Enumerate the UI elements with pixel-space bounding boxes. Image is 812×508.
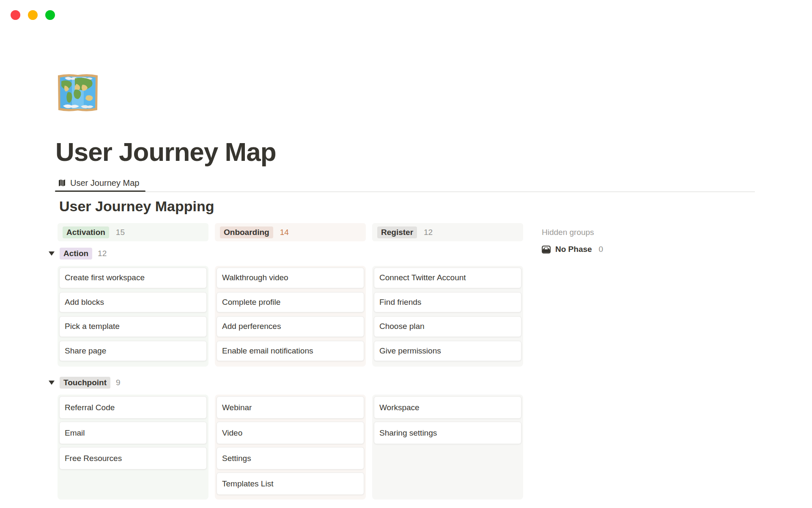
board-card[interactable]: Pick a template <box>59 316 207 337</box>
board-card[interactable]: Add perferences <box>217 316 364 337</box>
board-card[interactable]: Walkthrough video <box>217 268 364 288</box>
hidden-group-count: 0 <box>599 245 604 254</box>
tab-label: User Journey Map <box>70 178 139 188</box>
board-card[interactable]: Settings <box>217 447 364 469</box>
board-card[interactable]: Email <box>59 422 207 444</box>
board-card[interactable]: Referral Code <box>59 396 207 419</box>
column-badge: Register <box>377 226 417 238</box>
window-controls <box>11 10 55 20</box>
collapse-toggle-icon[interactable] <box>49 251 55 256</box>
group-header-touchpoint: Touchpoint 9 <box>49 376 121 389</box>
group-badge[interactable]: Action <box>60 248 92 260</box>
close-window-button[interactable] <box>11 10 20 20</box>
column-header-register[interactable]: Register 12 <box>372 223 523 241</box>
board-card[interactable]: Free Resources <box>59 447 207 469</box>
column-header-activation[interactable]: Activation 15 <box>58 223 208 241</box>
hidden-group-no-phase[interactable]: No Phase 0 <box>542 245 603 254</box>
board-card[interactable]: Connect Twitter Account <box>374 268 521 288</box>
board-card[interactable]: Enable email notifications <box>217 341 364 362</box>
notion-window: User Journey Map User Journey Map User J… <box>0 0 812 508</box>
group-count: 9 <box>116 378 121 387</box>
board-card[interactable]: Webinar <box>217 396 364 419</box>
minimize-window-button[interactable] <box>28 10 38 20</box>
board-card[interactable]: Video <box>217 422 364 444</box>
board-card[interactable]: Workspace <box>374 396 521 419</box>
board-column-headers: Activation 15 Onboarding 14 Register 12 <box>58 223 523 241</box>
board-card[interactable]: Share page <box>59 341 207 362</box>
column-header-onboarding[interactable]: Onboarding 14 <box>215 223 366 241</box>
active-tab-indicator <box>55 190 145 192</box>
column-count: 14 <box>280 228 289 237</box>
box-icon <box>542 246 551 254</box>
map-icon <box>58 179 66 187</box>
board-card[interactable]: Complete profile <box>217 292 364 313</box>
board-card[interactable]: Templates List <box>217 472 364 495</box>
board-card[interactable]: Sharing settings <box>374 422 521 444</box>
view-heading: User Journey Mapping <box>59 198 214 215</box>
zoom-window-button[interactable] <box>45 10 55 20</box>
group-touchpoint-cards: Referral Code Email Free Resources Webin… <box>58 395 523 500</box>
hidden-groups-title: Hidden groups <box>542 228 594 237</box>
column-badge: Activation <box>63 226 109 238</box>
tabbar-divider <box>55 191 755 192</box>
cards-column-activation: Referral Code Email Free Resources <box>58 395 208 500</box>
group-count: 12 <box>98 249 107 258</box>
cards-column-onboarding: Webinar Video Settings Templates List <box>215 395 366 500</box>
group-badge[interactable]: Touchpoint <box>60 377 110 389</box>
page-title[interactable]: User Journey Map <box>55 137 276 167</box>
cards-column-activation: Create first workspace Add blocks Pick a… <box>58 266 208 367</box>
column-badge: Onboarding <box>220 226 273 238</box>
board-card[interactable]: Create first workspace <box>59 268 207 288</box>
group-header-action: Action 12 <box>49 247 107 260</box>
cards-column-register: Connect Twitter Account Find friends Cho… <box>372 266 523 367</box>
board-card[interactable]: Find friends <box>374 292 521 313</box>
board-card[interactable]: Give permissions <box>374 341 521 362</box>
tab-user-journey-map[interactable]: User Journey Map <box>58 175 139 191</box>
cards-column-onboarding: Walkthrough video Complete profile Add p… <box>215 266 366 367</box>
cards-column-register: Workspace Sharing settings <box>372 395 523 500</box>
hidden-group-label: No Phase <box>555 245 592 254</box>
page-emoji-world-map-icon[interactable] <box>56 72 99 113</box>
collapse-toggle-icon[interactable] <box>49 381 55 385</box>
column-count: 12 <box>424 228 433 237</box>
board-card[interactable]: Choose plan <box>374 316 521 337</box>
board-card[interactable]: Add blocks <box>59 292 207 313</box>
column-count: 15 <box>116 228 125 237</box>
group-action-cards: Create first workspace Add blocks Pick a… <box>58 266 523 367</box>
